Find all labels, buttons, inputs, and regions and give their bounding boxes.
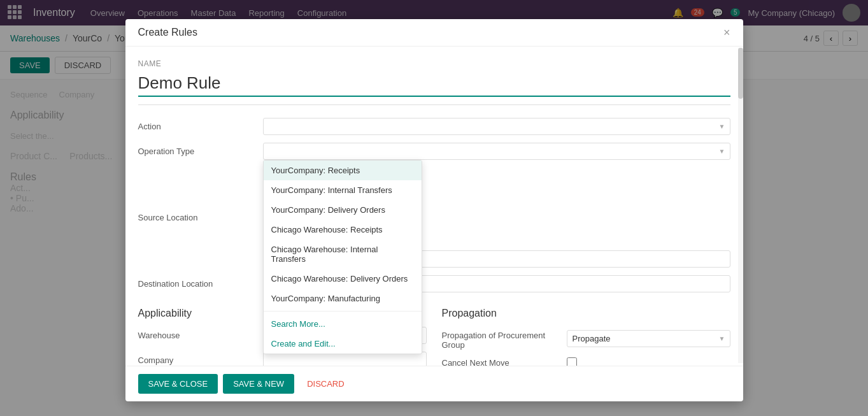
company-label: Company — [138, 352, 253, 366]
propagation-group-select[interactable]: Propagate — [567, 330, 730, 347]
dropdown-item-2[interactable]: YourCompany: Delivery Orders — [264, 200, 422, 220]
name-section: Name — [138, 59, 730, 105]
warehouse-label: Warehouse — [138, 327, 253, 344]
operation-type-wrapper: ▼ YourCompany: Receipts YourCompany: Int… — [263, 143, 730, 160]
destination-location-label: Destination Location — [138, 275, 253, 292]
propagation-section: Propagation Propagation of Procurement G… — [442, 305, 730, 366]
top-form-grid: Action ▼ Operation Type ▼ YourCompany: — [138, 118, 730, 292]
action-label: Action — [138, 118, 253, 135]
propagation-header: Propagation — [442, 308, 730, 319]
modal-header: Create Rules × — [125, 19, 743, 47]
modal-title: Create Rules — [138, 27, 197, 38]
save-new-button[interactable]: SAVE & NEW — [223, 374, 294, 394]
dropdown-search-more[interactable]: Search More... — [264, 314, 422, 334]
name-input[interactable] — [138, 71, 730, 97]
modal-overlay: Create Rules × Name Action ▼ Operati — [0, 0, 868, 416]
propagation-grid: Propagation of Procurement Group Propaga… — [442, 327, 730, 366]
name-field-label: Name — [138, 59, 730, 68]
operation-type-label: Operation Type — [138, 143, 253, 160]
modal-close-button[interactable]: × — [723, 27, 730, 38]
operation-type-select-wrapper: ▼ — [263, 143, 730, 160]
operation-type-dropdown: YourCompany: Receipts YourCompany: Inter… — [263, 160, 422, 354]
create-rules-modal: Create Rules × Name Action ▼ Operati — [125, 19, 743, 401]
modal-body: Name Action ▼ Operation Type ▼ — [125, 47, 743, 366]
dropdown-item-5[interactable]: Chicago Warehouse: Delivery Orders — [264, 269, 422, 289]
cancel-next-move-label: Cancel Next Move — [442, 357, 557, 366]
dropdown-item-4[interactable]: Chicago Warehouse: Internal Transfers — [264, 240, 422, 269]
modal-scroll-thumb — [738, 48, 743, 99]
dropdown-item-3[interactable]: Chicago Warehouse: Receipts — [264, 220, 422, 240]
operation-type-input[interactable] — [263, 143, 730, 160]
propagation-group-label: Propagation of Procurement Group — [442, 327, 557, 350]
modal-scroll-track[interactable] — [738, 48, 743, 363]
two-col-section: Applicability Warehouse Company Sequence — [138, 305, 730, 366]
action-select[interactable] — [263, 118, 730, 135]
dropdown-create-edit[interactable]: Create and Edit... — [264, 334, 422, 354]
source-location-label: Source Location — [138, 168, 253, 268]
dropdown-item-0[interactable]: YourCompany: Receipts — [264, 161, 422, 180]
modal-footer: SAVE & CLOSE SAVE & NEW DISCARD — [125, 366, 743, 401]
cancel-next-move-checkbox[interactable] — [567, 357, 577, 366]
dropdown-item-1[interactable]: YourCompany: Internal Transfers — [264, 180, 422, 200]
save-close-button[interactable]: SAVE & CLOSE — [138, 374, 218, 394]
propagation-group-wrapper: Propagate ▼ — [567, 327, 730, 350]
modal-discard-button[interactable]: DISCARD — [299, 374, 352, 394]
dropdown-divider — [264, 311, 422, 312]
dropdown-item-6[interactable]: YourCompany: Manufacturing — [264, 289, 422, 308]
action-select-wrapper: ▼ — [263, 118, 730, 135]
